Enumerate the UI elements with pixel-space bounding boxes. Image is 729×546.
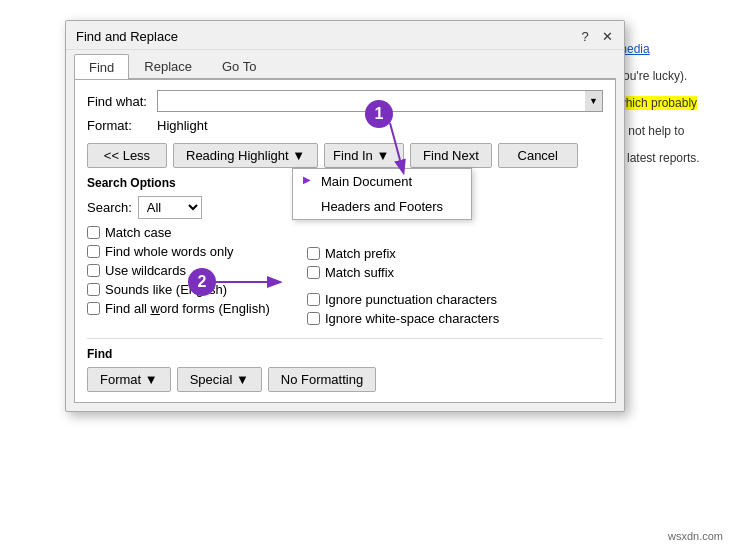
dialog-help-button[interactable]: ? [576,27,594,45]
action-buttons-row: << Less Reading Highlight ▼ Find In ▼ Fi… [87,143,603,168]
title-bar-controls: ? ✕ [576,27,616,45]
doc-text-1: you're lucky). [617,67,721,86]
checkbox-match-prefix: Match prefix [307,246,603,261]
find-bottom-section: Find Format ▼ Special ▼ No Formatting [87,338,603,392]
checkbox-match-case: Match case [87,225,287,240]
doc-text-4: e latest reports. [617,149,721,168]
checkbox-match-prefix-label: Match prefix [325,246,396,261]
tab-find[interactable]: Find [74,54,129,79]
find-in-button[interactable]: Find In ▼ [324,143,404,168]
dialog-title-bar: Find and Replace ? ✕ [66,21,624,50]
find-section-label: Find [87,347,603,361]
annotation-circle-2: 2 [188,268,216,296]
checkbox-whole-words-label: Find whole words only [105,244,234,259]
checkbox-ignore-punctuation-label: Ignore punctuation characters [325,292,497,307]
checkbox-wildcards: Use wildcards [87,263,287,278]
checkbox-word-forms-label: Find all word forms (English) [105,301,270,316]
search-label: Search: [87,200,132,215]
search-row: Search: All Up Down [87,196,287,219]
checkbox-sounds-like-input[interactable] [87,283,100,296]
checkbox-ignore-punctuation: Ignore punctuation characters [307,292,603,307]
search-select[interactable]: All Up Down [138,196,202,219]
dialog-tabs: Find Replace Go To [66,50,624,78]
dialog-title: Find and Replace [76,29,178,44]
format-label: Format: [87,118,157,133]
checkbox-whole-words: Find whole words only [87,244,287,259]
dialog-content-area: Find what: ▼ Format: Highlight << Less R… [74,79,616,403]
dialog-close-button[interactable]: ✕ [598,27,616,45]
find-replace-dialog: Find and Replace ? ✕ Find Replace Go To … [65,20,625,412]
no-formatting-button[interactable]: No Formatting [268,367,376,392]
cancel-button[interactable]: Cancel [498,143,578,168]
annotation-circle-1: 1 [365,100,393,128]
find-what-row: Find what: ▼ [87,90,603,112]
dropdown-item-headers-footers[interactable]: Headers and Footers [293,194,471,219]
reading-highlight-button[interactable]: Reading Highlight ▼ [173,143,318,168]
credit-text: wsxdn.com [668,530,723,542]
document-text-area: media you're lucky). which probably ill … [609,30,729,186]
checkbox-match-case-input[interactable] [87,226,100,239]
checkbox-ignore-whitespace: Ignore white-space characters [307,311,603,326]
tab-replace[interactable]: Replace [129,54,207,78]
checkbox-sounds-like: Sounds like (English) [87,282,287,297]
tab-go-to[interactable]: Go To [207,54,271,78]
checkbox-ignore-whitespace-label: Ignore white-space characters [325,311,499,326]
checkbox-wildcards-input[interactable] [87,264,100,277]
find-next-button[interactable]: Find Next [410,143,492,168]
checkbox-ignore-punctuation-input[interactable] [307,293,320,306]
format-bottom-button[interactable]: Format ▼ [87,367,171,392]
checkbox-match-suffix-label: Match suffix [325,265,394,280]
checkbox-whole-words-input[interactable] [87,245,100,258]
format-row: Format: Highlight [87,118,603,133]
less-button[interactable]: << Less [87,143,167,168]
doc-text-3: ill not help to [617,122,721,141]
find-what-dropdown-btn[interactable]: ▼ [585,90,603,112]
special-button[interactable]: Special ▼ [177,367,262,392]
checkbox-match-suffix-input[interactable] [307,266,320,279]
checkbox-wildcards-label: Use wildcards [105,263,186,278]
checkbox-match-case-label: Match case [105,225,171,240]
find-in-dropdown: Main Document Headers and Footers [292,168,472,220]
find-what-label: Find what: [87,94,157,109]
checkbox-match-prefix-input[interactable] [307,247,320,260]
checkbox-word-forms-input[interactable] [87,302,100,315]
doc-text-2: which probably [617,96,697,110]
checkbox-word-forms: Find all word forms (English) [87,301,287,316]
dropdown-item-main-document[interactable]: Main Document [293,169,471,194]
checkbox-match-suffix: Match suffix [307,265,603,280]
checkbox-ignore-whitespace-input[interactable] [307,312,320,325]
format-value: Highlight [157,118,208,133]
find-bottom-buttons: Format ▼ Special ▼ No Formatting [87,367,603,392]
options-left: Search: All Up Down Match case Find whol… [87,196,287,330]
